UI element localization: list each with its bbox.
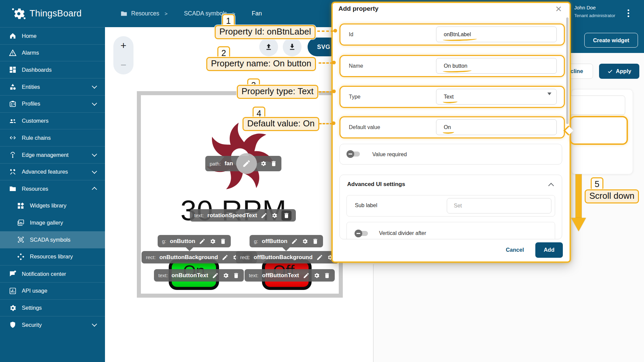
edit-pencil-icon[interactable] xyxy=(291,238,298,245)
download-button[interactable] xyxy=(283,38,302,56)
chevron-down-icon[interactable] xyxy=(547,93,551,97)
chevron-down-icon xyxy=(92,101,97,106)
tag-delete-trash-icon[interactable] xyxy=(233,272,239,279)
sub-label-label: Sub label xyxy=(355,202,377,208)
add-button[interactable]: Add xyxy=(535,242,563,258)
tag-type: text: xyxy=(249,273,258,278)
edit-pencil-icon[interactable] xyxy=(222,254,228,261)
tag-type: path: xyxy=(210,161,221,167)
user-name: John Doe xyxy=(574,5,596,10)
vertical-divider-row: Vertical divider after xyxy=(346,222,555,239)
sidebar-item-customers[interactable]: Customers xyxy=(0,112,105,129)
thingsboard-logo[interactable]: ThingsBoard xyxy=(0,0,105,27)
resources-library-icon xyxy=(17,253,25,261)
default-value-input[interactable]: On xyxy=(436,119,557,135)
tag-fan[interactable]: path:fan xyxy=(205,156,281,171)
dialog-footer: Cancel Add xyxy=(333,239,570,260)
zoom-in-button[interactable]: + xyxy=(113,38,133,53)
breadcrumb-scada-symbols[interactable]: SCADA symbols xyxy=(173,10,227,17)
upload-button[interactable] xyxy=(259,38,278,56)
sidebar-item-label: SCADA symbols xyxy=(30,237,70,243)
sidebar-item-security[interactable]: Security xyxy=(0,316,105,333)
callout-text-3: Properly type: Text xyxy=(237,85,318,99)
chevron-up-icon[interactable] xyxy=(548,183,554,189)
sidebar-item-label: Alarms xyxy=(22,50,39,56)
entities-icon xyxy=(9,83,17,91)
sidebar-item-edge-management[interactable]: Edge management xyxy=(0,146,105,163)
sidebar-item-alarms[interactable]: Alarms xyxy=(0,44,105,61)
sidebar-item-api-usage[interactable]: API usage xyxy=(0,282,105,299)
thingsboard-logo-text: ThingsBoard xyxy=(30,8,82,19)
callout-connector-1 xyxy=(317,31,333,32)
name-field-label: Name xyxy=(349,63,363,69)
tag-name: onButton xyxy=(170,238,196,245)
scada-icon xyxy=(17,236,25,244)
sidebar-item-notification-center[interactable]: Notification center xyxy=(0,265,105,282)
scroll-down-arrow xyxy=(576,174,582,219)
tag-delete-trash-icon[interactable] xyxy=(324,272,330,279)
scada-symbol-icon xyxy=(173,10,180,17)
sidebar-item-label: Edge management xyxy=(22,152,68,158)
gallery-icon xyxy=(17,219,25,227)
tag-settings-gear-icon[interactable] xyxy=(271,212,278,219)
sidebar-item-scada-symbols[interactable]: SCADA symbols xyxy=(0,231,105,248)
tag-name: rotationSpeedText xyxy=(207,212,257,219)
tag-offButton[interactable]: g:offButton xyxy=(250,235,323,247)
tag-type: text: xyxy=(194,213,204,218)
breadcrumb-resources[interactable]: Resources xyxy=(120,10,159,17)
edit-pencil-icon[interactable] xyxy=(199,238,206,245)
tag-onButton[interactable]: g:onButton xyxy=(158,235,231,247)
edit-pencil-icon[interactable] xyxy=(261,212,267,219)
tag-onButtonText[interactable]: text:onButtonText xyxy=(154,269,244,282)
tag-delete-trash-icon[interactable] xyxy=(270,160,277,167)
tag-settings-gear-icon[interactable] xyxy=(222,272,229,279)
edit-pencil-icon[interactable] xyxy=(212,272,219,279)
scada-symbol-icon xyxy=(241,10,249,17)
tag-delete-trash-icon[interactable] xyxy=(281,210,291,221)
sidebar-item-advanced-features[interactable]: Advanced features xyxy=(0,163,105,180)
value-required-toggle[interactable] xyxy=(347,152,360,157)
chevron-down-icon xyxy=(92,152,97,157)
tag-settings-gear-icon[interactable] xyxy=(260,160,267,167)
dialog-scrollbar[interactable] xyxy=(566,17,569,124)
tag-offButtonBackground[interactable]: rect:offButtonBackground xyxy=(236,251,339,263)
tag-rotationSpeedText[interactable]: text:rotationSpeedText xyxy=(190,209,296,222)
edit-pencil-icon[interactable] xyxy=(316,254,323,261)
sidebar-item-image-gallery[interactable]: Image gallery xyxy=(0,214,105,231)
tag-settings-gear-icon[interactable] xyxy=(302,238,308,245)
edit-pencil-icon[interactable] xyxy=(303,272,310,279)
zoom-out-button[interactable]: − xyxy=(113,58,133,72)
user-role: Tenant administrator xyxy=(574,13,615,18)
tag-delete-trash-icon[interactable] xyxy=(220,238,226,245)
home-icon xyxy=(9,32,17,40)
user-menu-kebab-icon[interactable] xyxy=(625,8,631,19)
vertical-divider-label: Vertical divider after xyxy=(379,230,426,236)
sidebar-item-label: Home xyxy=(22,33,37,39)
vertical-divider-toggle[interactable] xyxy=(356,231,368,236)
breadcrumb-fan[interactable]: Fan xyxy=(241,10,262,17)
sidebar-item-widgets-library[interactable]: Widgets library xyxy=(0,197,105,214)
apply-button[interactable]: Apply xyxy=(599,64,639,79)
sidebar-item-resources[interactable]: Resources xyxy=(0,180,105,197)
sidebar-item-dashboards[interactable]: Dashboards xyxy=(0,61,105,78)
api-usage-icon xyxy=(9,287,17,295)
sidebar-item-settings[interactable]: Settings xyxy=(0,299,105,316)
sidebar-item-profiles[interactable]: Profiles xyxy=(0,95,105,112)
tag-offButtonText[interactable]: text:offButtonText xyxy=(245,269,335,282)
cancel-button[interactable]: Cancel xyxy=(506,247,524,253)
advanced-icon xyxy=(9,168,17,176)
sidebar-item-label: Security xyxy=(22,322,42,328)
close-icon[interactable]: × xyxy=(555,3,562,14)
edit-pencil-button[interactable] xyxy=(236,153,257,174)
sidebar-item-label: Profiles xyxy=(22,101,40,107)
sidebar-item-resources-library[interactable]: Resources library xyxy=(0,248,105,265)
tag-settings-gear-icon[interactable] xyxy=(313,272,320,279)
tag-settings-gear-icon[interactable] xyxy=(209,238,216,245)
sidebar-item-home[interactable]: Home xyxy=(0,27,105,44)
create-widget-button[interactable]: Create widget xyxy=(584,33,638,48)
tag-delete-trash-icon[interactable] xyxy=(312,238,319,245)
sidebar-item-entities[interactable]: Entities xyxy=(0,78,105,95)
sub-label-input[interactable]: Set xyxy=(447,198,551,214)
sidebar-item-rule-chains[interactable]: Rule chains xyxy=(0,129,105,146)
sidebar-item-label: Settings xyxy=(22,305,42,311)
